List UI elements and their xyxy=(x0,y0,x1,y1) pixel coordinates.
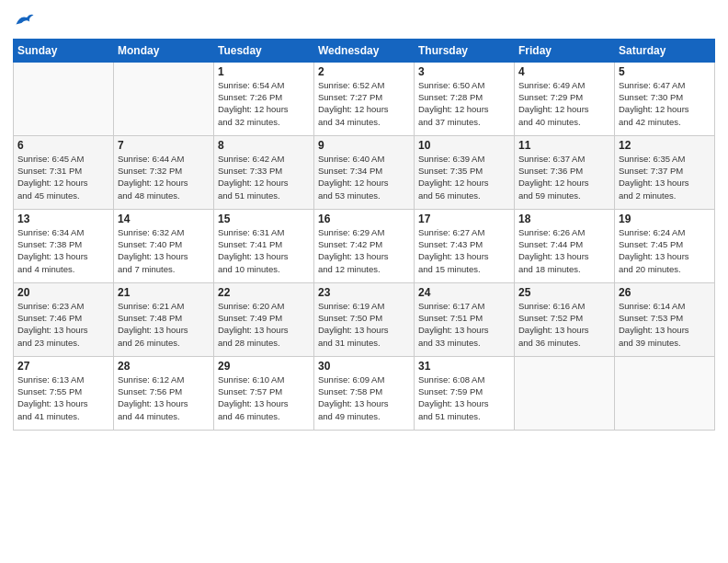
calendar-cell: 29Sunrise: 6:10 AM Sunset: 7:57 PM Dayli… xyxy=(214,356,314,430)
day-number: 20 xyxy=(17,286,109,299)
header-day-monday: Monday xyxy=(114,39,214,62)
calendar-cell: 14Sunrise: 6:32 AM Sunset: 7:40 PM Dayli… xyxy=(114,209,214,282)
day-number: 5 xyxy=(619,65,711,78)
day-number: 11 xyxy=(518,139,610,152)
day-info: Sunrise: 6:24 AM Sunset: 7:45 PM Dayligh… xyxy=(619,226,711,275)
calendar-cell: 6Sunrise: 6:45 AM Sunset: 7:31 PM Daylig… xyxy=(14,135,114,209)
calendar-page: SundayMondayTuesdayWednesdayThursdayFrid… xyxy=(0,0,728,563)
calendar-cell: 30Sunrise: 6:09 AM Sunset: 7:58 PM Dayli… xyxy=(314,356,415,430)
calendar-cell: 28Sunrise: 6:12 AM Sunset: 7:56 PM Dayli… xyxy=(114,356,214,430)
day-number: 27 xyxy=(17,360,109,373)
week-row-2: 13Sunrise: 6:34 AM Sunset: 7:38 PM Dayli… xyxy=(14,209,715,282)
calendar-cell xyxy=(114,62,214,135)
day-info: Sunrise: 6:20 AM Sunset: 7:49 PM Dayligh… xyxy=(218,300,310,349)
week-row-0: 1Sunrise: 6:54 AM Sunset: 7:26 PM Daylig… xyxy=(14,62,715,135)
day-number: 26 xyxy=(619,286,711,299)
day-number: 31 xyxy=(418,360,510,373)
day-number: 9 xyxy=(318,139,410,152)
day-number: 14 xyxy=(118,213,210,225)
day-number: 25 xyxy=(518,286,610,299)
day-info: Sunrise: 6:23 AM Sunset: 7:46 PM Dayligh… xyxy=(17,300,109,349)
day-number: 21 xyxy=(118,286,210,299)
calendar-header: SundayMondayTuesdayWednesdayThursdayFrid… xyxy=(14,39,715,62)
day-info: Sunrise: 6:14 AM Sunset: 7:53 PM Dayligh… xyxy=(619,300,711,349)
header-day-saturday: Saturday xyxy=(615,39,715,62)
day-info: Sunrise: 6:17 AM Sunset: 7:51 PM Dayligh… xyxy=(418,300,510,349)
logo-bird-icon xyxy=(15,12,35,29)
calendar-cell: 16Sunrise: 6:29 AM Sunset: 7:42 PM Dayli… xyxy=(314,209,415,282)
day-number: 12 xyxy=(619,139,711,152)
calendar-cell: 2Sunrise: 6:52 AM Sunset: 7:27 PM Daylig… xyxy=(314,62,415,135)
day-info: Sunrise: 6:26 AM Sunset: 7:44 PM Dayligh… xyxy=(518,226,610,275)
day-info: Sunrise: 6:12 AM Sunset: 7:56 PM Dayligh… xyxy=(118,373,210,422)
calendar-cell: 15Sunrise: 6:31 AM Sunset: 7:41 PM Dayli… xyxy=(214,209,314,282)
day-number: 22 xyxy=(218,286,310,299)
day-info: Sunrise: 6:27 AM Sunset: 7:43 PM Dayligh… xyxy=(418,226,510,275)
day-number: 18 xyxy=(518,213,610,225)
day-number: 28 xyxy=(118,360,210,373)
calendar-cell: 13Sunrise: 6:34 AM Sunset: 7:38 PM Dayli… xyxy=(14,209,114,282)
calendar-cell: 4Sunrise: 6:49 AM Sunset: 7:29 PM Daylig… xyxy=(515,62,615,135)
calendar-table: SundayMondayTuesdayWednesdayThursdayFrid… xyxy=(13,39,715,431)
day-number: 15 xyxy=(218,213,310,225)
day-number: 30 xyxy=(318,360,410,373)
day-info: Sunrise: 6:34 AM Sunset: 7:38 PM Dayligh… xyxy=(17,226,109,275)
calendar-cell: 23Sunrise: 6:19 AM Sunset: 7:50 PM Dayli… xyxy=(314,282,415,356)
calendar-cell: 21Sunrise: 6:21 AM Sunset: 7:48 PM Dayli… xyxy=(114,282,214,356)
day-info: Sunrise: 6:37 AM Sunset: 7:36 PM Dayligh… xyxy=(518,153,610,201)
day-info: Sunrise: 6:21 AM Sunset: 7:48 PM Dayligh… xyxy=(118,300,210,349)
calendar-cell: 26Sunrise: 6:14 AM Sunset: 7:53 PM Dayli… xyxy=(615,282,715,356)
calendar-cell: 1Sunrise: 6:54 AM Sunset: 7:26 PM Daylig… xyxy=(214,62,314,135)
day-info: Sunrise: 6:42 AM Sunset: 7:33 PM Dayligh… xyxy=(218,153,310,201)
day-info: Sunrise: 6:47 AM Sunset: 7:30 PM Dayligh… xyxy=(619,79,711,128)
day-number: 29 xyxy=(218,360,310,373)
day-info: Sunrise: 6:49 AM Sunset: 7:29 PM Dayligh… xyxy=(518,79,610,128)
day-info: Sunrise: 6:39 AM Sunset: 7:35 PM Dayligh… xyxy=(418,153,510,201)
day-info: Sunrise: 6:35 AM Sunset: 7:37 PM Dayligh… xyxy=(619,153,711,201)
calendar-cell: 27Sunrise: 6:13 AM Sunset: 7:55 PM Dayli… xyxy=(14,356,114,430)
header xyxy=(13,9,715,31)
logo xyxy=(13,13,35,31)
day-info: Sunrise: 6:40 AM Sunset: 7:34 PM Dayligh… xyxy=(318,153,410,201)
day-info: Sunrise: 6:13 AM Sunset: 7:55 PM Dayligh… xyxy=(17,373,109,422)
day-info: Sunrise: 6:54 AM Sunset: 7:26 PM Dayligh… xyxy=(218,79,310,128)
day-info: Sunrise: 6:50 AM Sunset: 7:28 PM Dayligh… xyxy=(418,79,510,128)
day-number: 23 xyxy=(318,286,410,299)
calendar-cell: 3Sunrise: 6:50 AM Sunset: 7:28 PM Daylig… xyxy=(415,62,515,135)
calendar-cell: 10Sunrise: 6:39 AM Sunset: 7:35 PM Dayli… xyxy=(415,135,515,209)
calendar-cell xyxy=(615,356,715,430)
calendar-cell: 17Sunrise: 6:27 AM Sunset: 7:43 PM Dayli… xyxy=(415,209,515,282)
day-info: Sunrise: 6:52 AM Sunset: 7:27 PM Dayligh… xyxy=(318,79,410,128)
calendar-cell: 7Sunrise: 6:44 AM Sunset: 7:32 PM Daylig… xyxy=(114,135,214,209)
day-number: 3 xyxy=(418,65,510,78)
day-info: Sunrise: 6:44 AM Sunset: 7:32 PM Dayligh… xyxy=(118,153,210,201)
calendar-cell: 20Sunrise: 6:23 AM Sunset: 7:46 PM Dayli… xyxy=(14,282,114,356)
calendar-cell: 25Sunrise: 6:16 AM Sunset: 7:52 PM Dayli… xyxy=(515,282,615,356)
header-day-thursday: Thursday xyxy=(415,39,515,62)
week-row-3: 20Sunrise: 6:23 AM Sunset: 7:46 PM Dayli… xyxy=(14,282,715,356)
day-number: 24 xyxy=(418,286,510,299)
day-number: 1 xyxy=(218,65,310,78)
day-number: 19 xyxy=(619,213,711,225)
calendar-cell: 18Sunrise: 6:26 AM Sunset: 7:44 PM Dayli… xyxy=(515,209,615,282)
header-day-sunday: Sunday xyxy=(14,39,114,62)
day-info: Sunrise: 6:19 AM Sunset: 7:50 PM Dayligh… xyxy=(318,300,410,349)
day-info: Sunrise: 6:16 AM Sunset: 7:52 PM Dayligh… xyxy=(518,300,610,349)
day-number: 13 xyxy=(17,213,109,225)
calendar-body: 1Sunrise: 6:54 AM Sunset: 7:26 PM Daylig… xyxy=(14,62,715,430)
header-day-friday: Friday xyxy=(515,39,615,62)
day-info: Sunrise: 6:09 AM Sunset: 7:58 PM Dayligh… xyxy=(318,373,410,422)
calendar-cell: 8Sunrise: 6:42 AM Sunset: 7:33 PM Daylig… xyxy=(214,135,314,209)
header-day-wednesday: Wednesday xyxy=(314,39,415,62)
calendar-cell xyxy=(515,356,615,430)
calendar-cell: 11Sunrise: 6:37 AM Sunset: 7:36 PM Dayli… xyxy=(515,135,615,209)
week-row-4: 27Sunrise: 6:13 AM Sunset: 7:55 PM Dayli… xyxy=(14,356,715,430)
day-info: Sunrise: 6:29 AM Sunset: 7:42 PM Dayligh… xyxy=(318,226,410,275)
calendar-cell: 24Sunrise: 6:17 AM Sunset: 7:51 PM Dayli… xyxy=(415,282,515,356)
day-number: 2 xyxy=(318,65,410,78)
day-number: 7 xyxy=(118,139,210,152)
calendar-cell: 19Sunrise: 6:24 AM Sunset: 7:45 PM Dayli… xyxy=(615,209,715,282)
day-info: Sunrise: 6:08 AM Sunset: 7:59 PM Dayligh… xyxy=(418,373,510,422)
calendar-cell: 22Sunrise: 6:20 AM Sunset: 7:49 PM Dayli… xyxy=(214,282,314,356)
day-number: 6 xyxy=(17,139,109,152)
